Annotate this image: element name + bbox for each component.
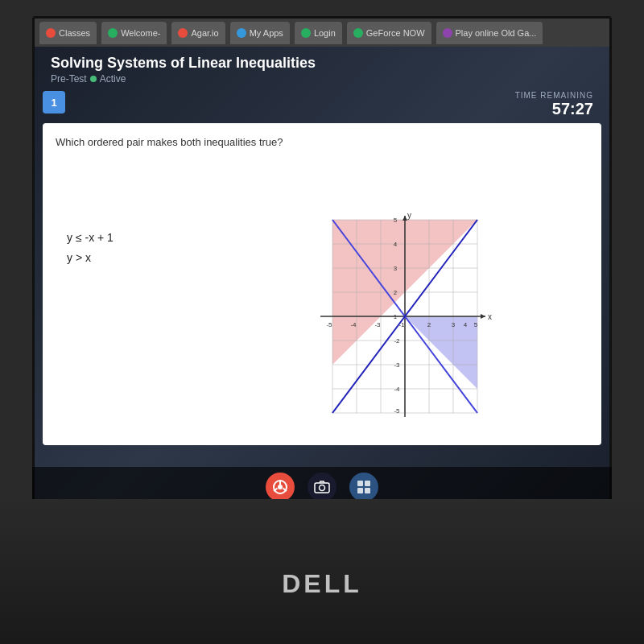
active-indicator	[90, 76, 97, 82]
browser-chrome: Classes Welcome- Agar.io My Apps Login G…	[35, 19, 609, 47]
svg-text:4: 4	[464, 321, 468, 328]
svg-text:2: 2	[427, 321, 431, 328]
svg-point-42	[278, 485, 283, 489]
tab-welcome[interactable]: Welcome-	[101, 22, 167, 44]
svg-text:-5: -5	[326, 321, 332, 328]
dell-logo: DELL	[282, 569, 362, 599]
tab-agario[interactable]: Agar.io	[171, 22, 225, 44]
tab-icon-classes	[46, 28, 56, 38]
svg-point-47	[320, 485, 325, 491]
tab-label-play: Play online Old Ga...	[456, 28, 537, 38]
question-number-badge: 1	[43, 91, 65, 114]
timer-label: TIME REMAINING	[515, 91, 593, 100]
tab-label-myapps: My Apps	[250, 28, 283, 38]
tab-myapps[interactable]: My Apps	[230, 22, 290, 44]
tab-label-geforce: GeForce NOW	[366, 28, 425, 38]
svg-marker-18	[481, 314, 485, 319]
tab-icon-welcome	[108, 28, 118, 38]
chrome-icon-svg	[272, 479, 288, 495]
svg-text:-3: -3	[394, 361, 400, 369]
svg-text:-5: -5	[394, 407, 400, 415]
timer-area: TIME REMAINING 57:27	[515, 91, 593, 118]
graph-container: x y -5 -4 -3 -1 2 3 4 5 5 4	[292, 212, 518, 421]
question-card: Which ordered pair makes both inequaliti…	[43, 123, 601, 445]
page-title: Solving Systems of Linear Inequalities	[51, 55, 316, 72]
tab-login[interactable]: Login	[295, 22, 342, 44]
taskbar-chrome-icon[interactable]	[266, 473, 295, 502]
tab-icon-myapps	[237, 28, 246, 38]
svg-text:-4: -4	[350, 321, 357, 328]
page-subtitle: Pre-Test Active	[51, 73, 316, 85]
laptop-bottom: DELL	[0, 499, 644, 644]
tab-label-welcome: Welcome-	[121, 28, 160, 38]
tab-label-classes: Classes	[59, 28, 90, 38]
subtitle-text: Pre-Test	[51, 73, 87, 85]
tab-icon-login	[301, 28, 311, 38]
tab-geforce[interactable]: GeForce NOW	[347, 22, 431, 44]
page-content: Solving Systems of Linear Inequalities P…	[35, 47, 609, 513]
tab-play[interactable]: Play online Old Ga...	[436, 22, 543, 44]
svg-text:-2: -2	[394, 337, 400, 345]
svg-rect-48	[357, 481, 363, 486]
svg-text:-3: -3	[374, 321, 381, 328]
tab-icon-geforce	[353, 28, 363, 38]
svg-text:3: 3	[394, 265, 398, 272]
laptop-screen: Classes Welcome- Agar.io My Apps Login G…	[32, 16, 612, 515]
svg-text:5: 5	[394, 217, 398, 224]
status-text: Active	[100, 73, 126, 85]
svg-text:2: 2	[394, 289, 398, 296]
svg-text:y: y	[407, 212, 411, 220]
tab-icon-play	[443, 28, 452, 38]
svg-rect-50	[357, 488, 363, 493]
timer-value: 57:27	[515, 100, 593, 118]
page-title-area: Solving Systems of Linear Inequalities P…	[51, 55, 316, 85]
tab-icon-agario	[178, 28, 188, 38]
inequalities-display: y ≤ -x + 1 y > x	[67, 228, 114, 268]
taskbar-app-icon[interactable]	[349, 473, 378, 502]
inequality-2: y > x	[67, 248, 114, 268]
svg-rect-51	[365, 488, 370, 493]
svg-text:3: 3	[452, 321, 456, 328]
camera-icon-svg	[314, 481, 330, 493]
svg-text:-4: -4	[394, 386, 400, 393]
svg-text:5: 5	[474, 321, 478, 328]
svg-rect-49	[365, 481, 370, 486]
graph-svg: x y -5 -4 -3 -1 2 3 4 5 5 4	[292, 212, 518, 421]
svg-text:x: x	[488, 312, 492, 321]
app-icon-svg	[356, 479, 372, 495]
tab-label-agario: Agar.io	[191, 28, 218, 38]
inequality-1: y ≤ -x + 1	[67, 228, 114, 248]
question-number: 1	[51, 97, 56, 109]
question-text: Which ordered pair makes both inequaliti…	[56, 136, 588, 148]
taskbar-camera-icon[interactable]	[308, 473, 336, 502]
svg-text:1: 1	[394, 313, 398, 320]
tab-classes[interactable]: Classes	[39, 22, 97, 44]
svg-text:4: 4	[394, 241, 398, 248]
tab-label-login: Login	[314, 28, 336, 38]
laptop-bezel: Classes Welcome- Agar.io My Apps Login G…	[0, 0, 644, 644]
